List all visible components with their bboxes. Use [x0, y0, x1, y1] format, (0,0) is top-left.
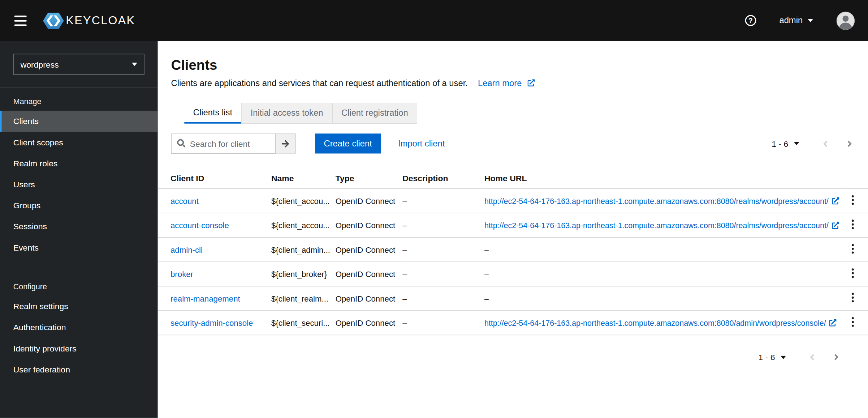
home-url-link[interactable]: http://ec2-54-64-176-163.ap-northeast-1.…	[484, 196, 839, 205]
tab-initial-access-token[interactable]: Initial access token	[241, 103, 332, 124]
kebab-menu-button[interactable]	[846, 194, 859, 208]
client-name-cell: ${client_broker}	[271, 262, 336, 286]
client-description-cell: –	[402, 262, 484, 286]
external-link-icon	[829, 319, 837, 326]
user-avatar-icon[interactable]	[837, 11, 855, 30]
column-header-client-id: Client ID	[158, 168, 271, 188]
nav-toggle-button[interactable]	[13, 12, 28, 29]
realm-selector[interactable]: wordpress	[13, 54, 144, 75]
table-header-row: Client IDNameTypeDescriptionHome URL	[158, 168, 868, 188]
row-actions-cell	[841, 238, 868, 262]
kebab-icon	[851, 317, 854, 327]
main-content: Clients Clients are applications and ser…	[158, 41, 868, 418]
page-title: Clients	[171, 57, 855, 73]
sidebar-item-authentication[interactable]: Authentication	[0, 317, 158, 338]
page-description: Clients are applications and services th…	[171, 78, 855, 88]
client-id-link[interactable]: realm-management	[170, 294, 240, 303]
client-description-cell: –	[402, 286, 484, 311]
client-home-url-cell: http://ec2-54-64-176-163.ap-northeast-1.…	[484, 213, 841, 237]
sidebar-item-client-scopes[interactable]: Client scopes	[0, 132, 158, 153]
kebab-menu-button[interactable]	[846, 267, 859, 281]
tab-client-registration[interactable]: Client registration	[332, 103, 417, 124]
create-client-button[interactable]: Create client	[315, 133, 381, 153]
client-name-cell: ${client_accou...	[271, 189, 336, 213]
kebab-menu-button[interactable]	[846, 291, 859, 305]
caret-down-icon	[781, 355, 786, 359]
pagination-next-button[interactable]	[832, 350, 842, 364]
pagination-bottom-row: 1 - 6	[158, 349, 868, 365]
toolbar: Create client Import client 1 - 6	[171, 133, 855, 153]
client-id-cell: account	[158, 189, 271, 213]
sidebar-item-users[interactable]: Users	[0, 174, 158, 195]
home-url-link[interactable]: http://ec2-54-64-176-163.ap-northeast-1.…	[484, 318, 837, 327]
client-id-link[interactable]: account-console	[170, 221, 229, 230]
pagination-prev-button[interactable]	[820, 137, 830, 150]
client-id-cell: admin-cli	[158, 238, 271, 262]
pagination-menu-toggle[interactable]: 1 - 6	[769, 136, 802, 152]
client-type-cell: OpenID Connect	[336, 238, 402, 262]
client-id-cell: account-console	[158, 213, 271, 237]
kebab-menu-button[interactable]	[846, 243, 859, 256]
search-input[interactable]	[171, 133, 276, 153]
kebab-menu-button[interactable]	[846, 316, 859, 330]
sidebar-item-events[interactable]: Events	[0, 237, 158, 258]
page-description-text: Clients are applications and services th…	[171, 78, 468, 88]
column-header-home-url: Home URL	[484, 168, 841, 188]
username-label: admin	[779, 16, 803, 26]
caret-down-icon	[132, 63, 137, 66]
angle-left-icon	[822, 139, 828, 148]
sidebar-item-identity-providers[interactable]: Identity providers	[0, 338, 158, 359]
client-home-url-cell: –	[484, 286, 841, 311]
brand-text: KEYCLOAK	[66, 14, 135, 27]
table-row: broker${client_broker}OpenID Connect––	[158, 262, 868, 286]
sidebar-item-realm-roles[interactable]: Realm roles	[0, 153, 158, 174]
client-home-url-cell: –	[484, 238, 841, 262]
help-button[interactable]: ?	[745, 15, 756, 26]
keycloak-brand[interactable]: KEYCLOAK	[42, 12, 135, 29]
sidebar: wordpress ManageClientsClient scopesReal…	[0, 41, 158, 418]
nav-section-configure: ConfigureRealm settingsAuthenticationIde…	[0, 273, 158, 380]
client-home-url-cell: http://ec2-54-64-176-163.ap-northeast-1.…	[484, 189, 841, 213]
client-id-link[interactable]: account	[170, 196, 199, 205]
client-type-cell: OpenID Connect	[336, 213, 402, 237]
search-submit-button[interactable]	[276, 133, 295, 153]
search-icon	[177, 139, 185, 148]
sidebar-item-realm-settings[interactable]: Realm settings	[0, 296, 158, 317]
pagination-range-label: 1 - 6	[772, 139, 788, 148]
pagination-next-button[interactable]	[845, 137, 855, 150]
client-type-cell: OpenID Connect	[336, 311, 402, 335]
pagination-menu-toggle[interactable]: 1 - 6	[756, 349, 788, 365]
client-name-cell: ${client_securi...	[271, 311, 336, 335]
keycloak-admin-console: KEYCLOAK ? admin wordpress ManageClients…	[0, 0, 868, 418]
sidebar-item-sessions[interactable]: Sessions	[0, 216, 158, 237]
client-id-link[interactable]: security-admin-console	[170, 318, 253, 327]
learn-more-link[interactable]: Learn more	[478, 78, 535, 88]
external-link-icon	[527, 79, 535, 86]
client-description-cell: –	[402, 311, 484, 335]
search-group	[171, 133, 296, 153]
table-row: realm-management${client_realm...OpenID …	[158, 286, 868, 311]
nav-section-title: Manage	[0, 88, 158, 111]
client-id-link[interactable]: broker	[170, 270, 193, 279]
nav-section-manage: ManageClientsClient scopesRealm rolesUse…	[0, 88, 158, 258]
sidebar-item-user-federation[interactable]: User federation	[0, 359, 158, 380]
import-client-link[interactable]: Import client	[398, 138, 445, 149]
client-home-url-cell: http://ec2-54-64-176-163.ap-northeast-1.…	[484, 311, 841, 335]
client-id-cell: realm-management	[158, 286, 271, 311]
table-row: security-admin-console${client_securi...…	[158, 311, 868, 335]
sidebar-nav: ManageClientsClient scopesRealm rolesUse…	[0, 87, 158, 380]
tab-clients-list[interactable]: Clients list	[184, 103, 241, 124]
sidebar-item-clients[interactable]: Clients	[0, 111, 158, 132]
home-url-link[interactable]: http://ec2-54-64-176-163.ap-northeast-1.…	[484, 221, 839, 230]
sidebar-item-groups[interactable]: Groups	[0, 195, 158, 216]
client-id-link[interactable]: admin-cli	[170, 245, 203, 254]
clients-table-body: account${client_accou...OpenID Connect–h…	[158, 189, 868, 335]
kebab-icon	[851, 219, 854, 230]
user-menu-button[interactable]: admin	[779, 16, 813, 26]
pagination-prev-button[interactable]	[807, 350, 817, 364]
kebab-menu-button[interactable]	[846, 218, 859, 232]
client-home-url-cell: –	[484, 262, 841, 286]
clients-table: Client IDNameTypeDescriptionHome URL acc…	[158, 168, 868, 335]
menu-icon	[14, 15, 27, 17]
row-actions-cell	[841, 286, 868, 311]
